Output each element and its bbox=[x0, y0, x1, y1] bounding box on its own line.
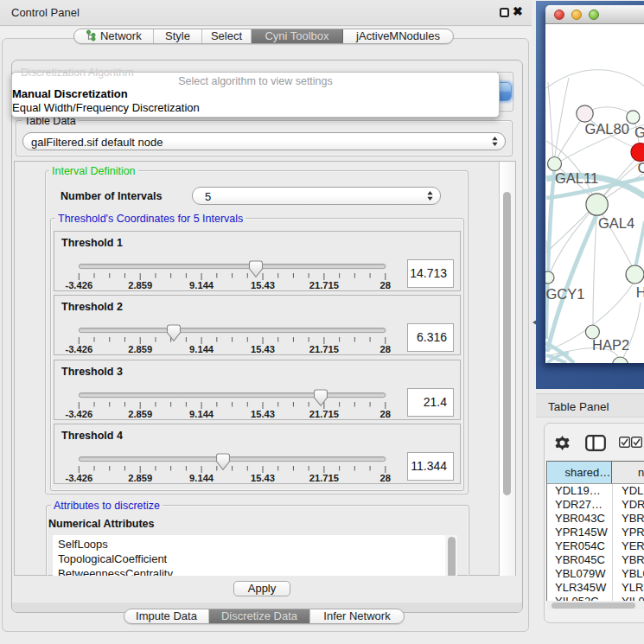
svg-text:CD: CD bbox=[638, 160, 644, 175]
svg-text:HA: HA bbox=[636, 284, 644, 300]
svg-text:HAP2: HAP2 bbox=[592, 337, 629, 353]
svg-text:GAL11: GAL11 bbox=[555, 170, 598, 186]
svg-text:GAL7: GAL7 bbox=[634, 124, 644, 140]
svg-text:GAL80: GAL80 bbox=[585, 121, 629, 137]
svg-text:GCY1: GCY1 bbox=[546, 286, 585, 302]
svg-text:GAL4: GAL4 bbox=[598, 215, 634, 231]
